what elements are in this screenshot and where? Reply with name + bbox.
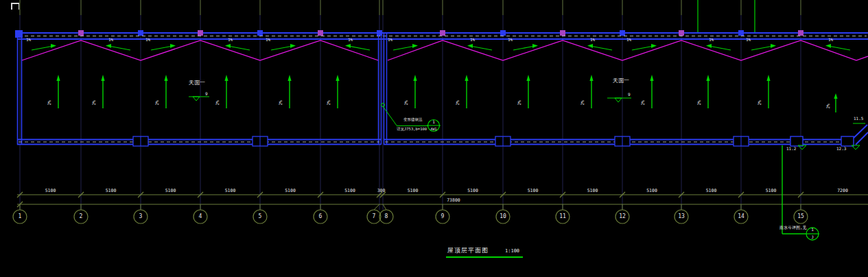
grid-bubble-label: 8 [385,214,388,219]
roof-level-value: 9 [628,93,631,97]
dim-label: 5100 [646,189,657,193]
gutter-slope-label: 1% [388,38,392,42]
grid-bubble-label: 11 [559,214,566,219]
grid-bubble-label: 15 [797,214,804,219]
grid-bubble-label: 9 [441,214,445,219]
grid-bubble-label: 3 [139,214,143,219]
roof-area-label: 天面一 [613,78,629,84]
dim-label: 5100 [467,189,478,193]
dim-label: 5100 [587,189,598,193]
gutter-slope-label: 1% [266,38,270,42]
dim-label: 5100 [285,189,296,193]
title-underline [446,256,523,258]
dim-label: 5100 [706,189,717,193]
slope-arrow-label: 2% [47,100,51,105]
slope-arrow-label: 2% [155,100,159,105]
dim-label: 7200 [837,189,848,193]
grid-bubble-label: 2 [80,214,83,219]
dim-label: 5100 [766,189,777,193]
slope-arrow-label: 2% [697,100,701,105]
gutter-slope-label: 1% [108,38,113,42]
grid-bubble-label: 12 [619,214,626,219]
gutter-slope-label: 1% [626,38,631,42]
gutter-slope-label: 1% [470,38,475,42]
gutter-slope-label: 1% [508,38,513,42]
dim-label: 5100 [165,189,176,193]
dim-label: 5100 [45,189,56,193]
joint-detail-number: 1 [432,120,435,124]
joint-note-line2: 详见J753,b=100 [397,128,427,132]
gutter-slope-label: 1% [590,38,595,42]
pipe-elevation-left: 11.2 [786,147,796,151]
corner-mark [11,3,19,10]
drain-detail-number: 1 [811,228,814,232]
grid-bubble-label: 6 [319,214,322,219]
drawing-title: 屋顶层平面图 [447,248,489,254]
dim-label: 5100 [225,189,236,193]
drain-detail-sheet: J [811,235,814,239]
dim-label: 5100 [408,189,419,193]
joint-detail-sheet: AW1 [430,128,436,131]
grid-bubble-label: 5 [259,214,262,219]
grid-bubble-label: 13 [678,214,685,219]
grid-bubble-label: 4 [199,214,202,219]
slope-arrow-label: 2% [517,100,521,105]
grid-bubble-label: 14 [738,214,744,219]
gutter-slope-label: 1% [709,38,714,42]
slope-arrow-label: 2% [641,100,645,105]
gutter-slope-label: 1% [348,38,353,42]
joint-note-line1: 变形缝做法 [403,118,423,122]
roof-level-value: 9 [205,92,208,96]
grid-bubble-label: 10 [500,214,506,219]
slope-arrow-label: 2% [215,100,220,105]
gutter-slope-label: 1% [145,38,150,42]
slope-arrow-label: 2% [327,100,331,105]
dim-label: 5100 [528,189,539,193]
dim-label: 300 [377,189,386,193]
annotation-layer: 天面一 9 天面一 9 变形缝做法 详见J753,b=100 1 AW1 雨水斗… [0,0,868,277]
gutter-slope-label: 1% [228,38,233,42]
grid-bubble-label: 7 [373,214,376,219]
gutter-slope-label: 1% [828,38,833,42]
slope-arrow-label: 2% [580,100,585,105]
drain-note-text: 雨水斗详图,见 [779,226,807,230]
dim-label: 5100 [106,189,117,193]
gutter-slope-label: 1% [746,38,751,42]
grid-bubble-label: 1 [19,214,22,219]
pipe-elevation-middle: 12.3 [836,147,846,151]
dimension-total-label: 73800 [447,198,460,203]
slope-arrow-label: 2% [758,100,762,105]
roof-area-label: 天面一 [189,80,205,86]
slope-arrow-label: 2% [92,100,96,105]
dim-label: 5100 [344,189,355,193]
drawing-canvas[interactable]: 天面一 9 天面一 9 变形缝做法 详见J753,b=100 1 AW1 雨水斗… [0,0,868,277]
slope-arrow-label: 2% [404,100,408,105]
slope-arrow-label: 2% [826,104,830,108]
drawing-scale: 1:100 [505,249,519,254]
slope-arrow-label: 2% [456,100,460,105]
gutter-slope-label: 1% [26,38,31,42]
pipe-elevation-top-right: 11.5 [854,117,863,121]
slope-arrow-label: 2% [279,100,283,105]
